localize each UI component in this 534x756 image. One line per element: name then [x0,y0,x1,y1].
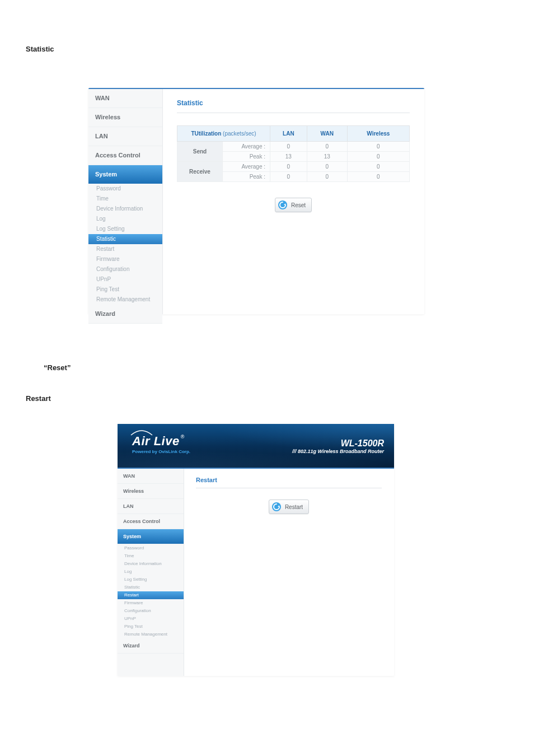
sidebar-sub-configuration[interactable]: Configuration [118,607,184,615]
brand-logo: Air Live® Powered by OvisLink Corp. [132,434,190,454]
col-utilization-unit: (packets/sec) [223,130,256,137]
panel-statistic: WAN Wireless LAN Access Control System P… [88,88,424,314]
refresh-icon [278,200,288,210]
model-name: WL-1500R [292,438,384,449]
cell-receive-peak-wireless: 0 [347,172,409,182]
reset-button-label: Reset [291,202,306,208]
cell-receive-average-label: Average : [223,162,270,172]
sidebar-item-wireless[interactable]: Wireless [118,484,184,499]
heading-statistic: Statistic [26,45,534,53]
brand-subtext: Powered by OvisLink Corp. [132,449,190,454]
statistic-table: TUtilization (packets/sec) LAN WAN Wirel… [177,125,410,182]
sidebar-sub-remote-management[interactable]: Remote Management [118,631,184,638]
sidebar: WAN Wireless LAN Access Control System P… [88,89,163,314]
restart-button[interactable]: Restart [269,500,309,514]
heading-restart: Restart [26,394,534,403]
sidebar-item-wireless[interactable]: Wireless [88,108,162,127]
sidebar-item-access-control[interactable]: Access Control [118,514,184,529]
sidebar-sub-firmware[interactable]: Firmware [118,599,184,607]
cell-send-average-wireless: 0 [347,142,409,152]
sidebar-sub-log-setting[interactable]: Log Setting [118,576,184,584]
cell-send-average-label: Average : [223,142,270,152]
col-wireless: Wireless [347,126,409,142]
row-receive: Receive [177,162,223,182]
reset-button[interactable]: Reset [275,198,312,212]
sidebar-sub-log[interactable]: Log [88,214,162,224]
refresh-icon [271,502,282,512]
cell-send-peak-label: Peak : [223,152,270,162]
col-utilization-label: TUtilization [191,130,221,137]
heading-reset: “Reset” [44,363,534,372]
sidebar-sub-restart[interactable]: Restart [88,244,162,254]
cell-receive-average-wireless: 0 [347,162,409,172]
sidebar-sub-remote-management[interactable]: Remote Management [88,295,162,305]
sidebar-sub-upnp[interactable]: UPnP [88,274,162,284]
cell-receive-average-wan: 0 [307,162,347,172]
col-utilization: TUtilization (packets/sec) [177,126,270,142]
page-title: Restart [196,477,382,488]
model-block: WL-1500R /// 802.11g Wireless Broadband … [292,438,384,454]
sidebar-sub-log-setting[interactable]: Log Setting [88,224,162,234]
cell-receive-average-lan: 0 [270,162,307,172]
sidebar-item-wan[interactable]: WAN [88,89,162,108]
sidebar-item-lan[interactable]: LAN [88,127,162,146]
sidebar-sub-statistic[interactable]: Statistic [88,234,162,244]
sidebar-sub-password[interactable]: Password [118,544,184,552]
sidebar-sub-ping-test[interactable]: Ping Test [88,284,162,295]
cell-receive-peak-label: Peak : [223,172,270,182]
sidebar-sub-time[interactable]: Time [88,194,162,204]
sidebar-sub-log[interactable]: Log [118,568,184,576]
panel-restart: Air Live® Powered by OvisLink Corp. WL-1… [118,424,394,676]
sidebar-sub-password[interactable]: Password [88,184,162,194]
row-send: Send [177,142,223,162]
sidebar-sub-ping-test[interactable]: Ping Test [118,623,184,631]
sidebar-sub-configuration[interactable]: Configuration [88,264,162,274]
col-lan: LAN [270,126,307,142]
sidebar-item-access-control[interactable]: Access Control [88,146,162,165]
sidebar-sub-device-information[interactable]: Device Information [118,560,184,568]
app-header: Air Live® Powered by OvisLink Corp. WL-1… [118,424,394,468]
sidebar-item-wizard[interactable]: Wizard [88,305,162,324]
sidebar-sub-firmware[interactable]: Firmware [88,254,162,264]
sidebar: WAN Wireless LAN Access Control System P… [118,468,184,676]
sidebar-sub-device-information[interactable]: Device Information [88,204,162,214]
sidebar-sub-upnp[interactable]: UPnP [118,615,184,623]
restart-button-label: Restart [285,504,303,510]
cell-receive-peak-lan: 0 [270,172,307,182]
cell-send-average-lan: 0 [270,142,307,152]
logo-arc-icon [130,428,153,436]
cell-send-peak-wireless: 0 [347,152,409,162]
brand-reg: ® [181,434,185,440]
cell-send-average-wan: 0 [307,142,347,152]
sidebar-sub-restart[interactable]: Restart [118,591,184,599]
sidebar-item-wan[interactable]: WAN [118,469,184,484]
model-tagline: /// 802.11g Wireless Broadband Router [292,449,384,454]
page-title: Statistic [177,99,410,113]
sidebar-sub-statistic[interactable]: Statistic [118,584,184,591]
sidebar-item-system[interactable]: System [88,165,162,184]
col-wan: WAN [307,126,347,142]
cell-send-peak-lan: 13 [270,152,307,162]
sidebar-item-lan[interactable]: LAN [118,499,184,514]
sidebar-item-system[interactable]: System [118,529,184,544]
sidebar-sub-time[interactable]: Time [118,552,184,560]
cell-receive-peak-wan: 0 [307,172,347,182]
sidebar-item-wizard[interactable]: Wizard [118,638,184,654]
cell-send-peak-wan: 13 [307,152,347,162]
